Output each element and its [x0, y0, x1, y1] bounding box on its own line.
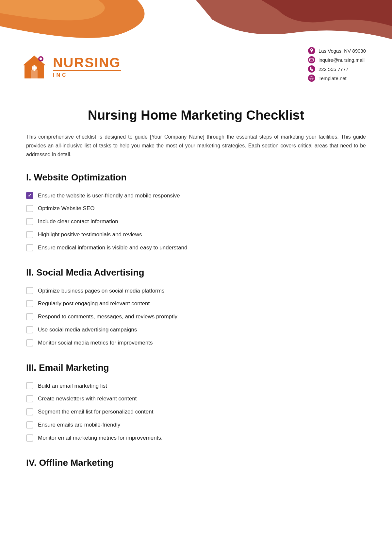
checklist-item-text: Ensure medical information is visible an… [38, 244, 187, 252]
website-text: Template.net [318, 76, 347, 81]
checkbox[interactable] [26, 326, 33, 333]
checklist-item-text: Monitor social media metrics for improve… [38, 339, 153, 347]
svg-rect-7 [40, 58, 42, 59]
section-title-1: II. Social Media Advertising [26, 267, 366, 278]
checklist-item-text: Optimize business pages on social media … [38, 287, 164, 295]
section-title-2: III. Email Marketing [26, 362, 366, 373]
contact-email-row: inquire@nursing.mail [308, 56, 366, 63]
checkbox[interactable] [26, 339, 33, 346]
location-icon [308, 47, 315, 54]
checklist-item-text: Include clear contact Information [38, 218, 118, 226]
checklist-item-text: Create newsletters with relevant content [38, 395, 137, 403]
logo-text: NURSING INC [53, 56, 121, 78]
checklist-item-text: Regularly post engaging and relevant con… [38, 300, 150, 308]
phone-text: 222 555 7777 [318, 66, 349, 72]
section-title-0: I. Website Optimization [26, 172, 366, 183]
checklist-item-text: Respond to comments, messages, and revie… [38, 313, 177, 321]
checklist-0: Ensure the website is user-friendly and … [26, 189, 366, 254]
contact-phone-row: 222 555 7777 [308, 65, 366, 73]
list-item[interactable]: Regularly post engaging and relevant con… [26, 297, 366, 310]
checklist-2: Build an email marketing listCreate news… [26, 379, 366, 445]
checkbox[interactable] [26, 287, 33, 294]
checkbox[interactable] [26, 192, 33, 199]
list-item[interactable]: Ensure medical information is visible an… [26, 241, 366, 254]
checklist-item-text: Ensure emails are mobile-friendly [38, 421, 120, 429]
checkbox[interactable] [26, 244, 33, 251]
svg-rect-1 [31, 70, 38, 78]
section-3: IV. Offline Marketing [26, 458, 366, 468]
logo-inc: INC [53, 70, 121, 78]
address-text: Las Vegas, NV 89030 [318, 48, 366, 54]
checklist-1: Optimize business pages on social media … [26, 284, 366, 349]
list-item[interactable]: Optimize business pages on social media … [26, 284, 366, 297]
checklist-item-text: Highlight positive testimonials and revi… [38, 231, 142, 239]
list-item[interactable]: Use social media advertising campaigns [26, 323, 366, 336]
list-item[interactable]: Respond to comments, messages, and revie… [26, 310, 366, 323]
checklist-item-text: Build an email marketing list [38, 382, 107, 390]
list-item[interactable]: Optimize Website SEO [26, 202, 366, 215]
checkbox[interactable] [26, 205, 33, 212]
sections-container: I. Website OptimizationEnsure the websit… [26, 172, 366, 468]
list-item[interactable]: Build an email marketing list [26, 379, 366, 393]
page-title: Nursing Home Marketing Checklist [26, 108, 366, 123]
checklist-item-text: Use social media advertising campaigns [38, 326, 137, 334]
checkbox[interactable] [26, 434, 33, 442]
email-icon [308, 56, 315, 63]
list-item[interactable]: Highlight positive testimonials and revi… [26, 228, 366, 241]
checklist-item-text: Ensure the website is user-friendly and … [38, 192, 180, 200]
checkbox[interactable] [26, 421, 33, 429]
contact-info: Las Vegas, NV 89030 inquire@nursing.mail… [308, 47, 366, 82]
checkbox[interactable] [26, 382, 33, 389]
contact-web-row: Template.net [308, 75, 366, 82]
logo-area: NURSING INC [20, 52, 121, 82]
checklist-item-text: Optimize Website SEO [38, 205, 95, 212]
list-item[interactable]: Ensure emails are mobile-friendly [26, 418, 366, 431]
section-0: I. Website OptimizationEnsure the websit… [26, 172, 366, 254]
contact-address-row: Las Vegas, NV 89030 [308, 47, 366, 54]
email-text: inquire@nursing.mail [318, 57, 365, 63]
checkbox[interactable] [26, 300, 33, 307]
checkbox[interactable] [26, 231, 33, 238]
list-item[interactable]: Segment the email list for personalized … [26, 405, 366, 418]
checkbox[interactable] [26, 395, 33, 402]
section-title-3: IV. Offline Marketing [26, 458, 366, 468]
main-content: Nursing Home Marketing Checklist This co… [0, 95, 392, 494]
phone-icon [308, 65, 315, 73]
web-icon [308, 75, 315, 82]
checkbox[interactable] [26, 218, 33, 225]
checklist-item-text: Segment the email list for personalized … [38, 408, 153, 416]
intro-paragraph: This comprehensive checklist is designed… [26, 132, 366, 159]
list-item[interactable]: Include clear contact Information [26, 215, 366, 228]
list-item[interactable]: Ensure the website is user-friendly and … [26, 189, 366, 202]
section-1: II. Social Media AdvertisingOptimize bus… [26, 267, 366, 349]
section-2: III. Email MarketingBuild an email marke… [26, 362, 366, 445]
list-item[interactable]: Create newsletters with relevant content [26, 392, 366, 405]
header: NURSING INC Las Vegas, NV 89030 inquire@… [0, 0, 392, 95]
checkbox[interactable] [26, 408, 33, 415]
checkbox[interactable] [26, 313, 33, 320]
list-item[interactable]: Monitor email marketing metrics for impr… [26, 431, 366, 445]
logo-nursing: NURSING [53, 55, 121, 70]
logo-icon [20, 52, 49, 82]
svg-rect-4 [32, 67, 37, 69]
list-item[interactable]: Monitor social media metrics for improve… [26, 336, 366, 349]
checklist-item-text: Monitor email marketing metrics for impr… [38, 434, 163, 442]
